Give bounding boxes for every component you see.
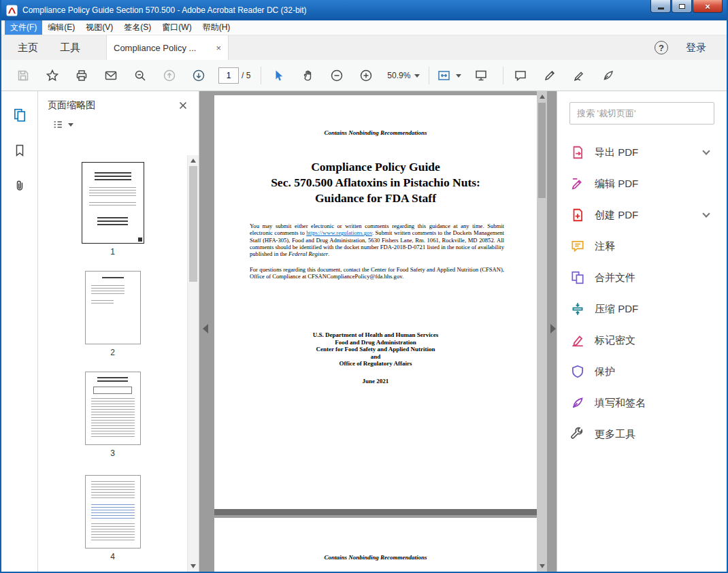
page-number-input[interactable] (218, 67, 239, 84)
menu-window[interactable]: 窗口(W) (156, 20, 197, 35)
org-line: Center for Food Safety and Applied Nutri… (214, 346, 537, 353)
tool-redact[interactable]: 标记密文 (569, 325, 714, 356)
sign-tool-button[interactable] (567, 64, 591, 87)
tool-label: 标记密文 (595, 334, 635, 347)
help-button[interactable]: ? (655, 41, 668, 54)
menu-file[interactable]: 文件(F) (5, 20, 42, 35)
thumbnail-page-4[interactable]: 4 (38, 475, 187, 561)
regulations-gov-link[interactable]: https://www.regulations.gov (306, 229, 372, 236)
login-button[interactable]: 登录 (686, 42, 706, 54)
thumbnail-preview-lines (91, 285, 125, 296)
fit-width-dropdown[interactable] (434, 64, 464, 87)
tool-edit-pdf[interactable]: 编辑 PDF (569, 168, 714, 199)
close-button[interactable]: × (693, 0, 723, 13)
acrobat-app-icon (6, 5, 18, 16)
thumbnail-page-3[interactable]: 3 (38, 372, 187, 458)
page-thumbnails-panel-button[interactable] (11, 106, 29, 124)
page-separator (214, 509, 537, 515)
marquee-zoom-button[interactable] (128, 64, 152, 87)
chevron-down-icon[interactable] (702, 147, 710, 154)
fill-sign-tool-button[interactable] (596, 64, 621, 87)
tab-tools[interactable]: 工具 (49, 35, 91, 60)
tool-create-pdf[interactable]: 创建 PDF (569, 199, 714, 231)
hand-tool-button[interactable] (295, 64, 320, 87)
thumbnail-preview-lines (95, 172, 131, 180)
expand-right-panel-icon[interactable] (550, 324, 556, 333)
tool-export-pdf[interactable]: 导出 PDF (569, 137, 714, 168)
tool-label: 更多工具 (595, 428, 635, 441)
window-controls: × (650, 0, 723, 13)
thumbnail-preview (85, 475, 141, 549)
presentation-mode-button[interactable] (469, 64, 493, 87)
presentation-icon (474, 69, 488, 82)
tool-combine-files[interactable]: 合并文件 (569, 262, 714, 293)
menu-bar: 文件(F) 编辑(E) 视图(V) 签名(S) 窗口(W) 帮助(H) (1, 20, 727, 35)
thumbnail-page-2[interactable]: 2 (38, 271, 187, 357)
tool-protect[interactable]: 保护 (569, 356, 714, 387)
zoom-in-button[interactable] (354, 64, 378, 87)
bookmarks-panel-button[interactable] (11, 142, 29, 159)
print-button[interactable] (69, 64, 94, 87)
zoom-search-icon (133, 69, 147, 82)
scroll-down-icon[interactable] (191, 564, 196, 568)
contact-paragraph: For questions regarding this document, c… (250, 266, 504, 280)
tool-label: 填写和签名 (595, 397, 646, 410)
menu-edit[interactable]: 编辑(E) (42, 20, 80, 35)
zoom-out-icon (330, 69, 344, 82)
thumbnail-preview-lines (91, 504, 135, 521)
favorites-button[interactable] (40, 64, 65, 87)
save-button[interactable] (11, 64, 35, 87)
org-line: Food and Drug Administration (214, 339, 537, 346)
tools-search-input[interactable] (569, 102, 714, 125)
previous-page-button[interactable] (157, 64, 182, 87)
document-title-line1: Compliance Policy Guide (214, 159, 537, 175)
comments-paragraph: You may submit either electronic or writ… (250, 223, 504, 257)
comment-tool-button[interactable] (508, 64, 533, 87)
menu-view[interactable]: 视图(V) (80, 20, 118, 35)
thumbnail-page-1[interactable]: 1 (38, 162, 187, 257)
scroll-up-icon[interactable] (540, 95, 545, 99)
scrollbar-thumb[interactable] (538, 103, 546, 198)
options-list-icon (52, 118, 64, 131)
panel-close-button[interactable] (178, 101, 188, 110)
scrollbar-thumb[interactable] (189, 166, 197, 282)
minimize-button[interactable] (650, 0, 671, 13)
attachments-panel-button[interactable] (11, 177, 29, 195)
document-scrollbar[interactable] (537, 91, 547, 572)
thumbnails-options-button[interactable] (38, 118, 199, 131)
menu-help[interactable]: 帮助(H) (197, 20, 236, 35)
scroll-down-icon[interactable] (540, 564, 545, 568)
thumbnail-scrollbar[interactable] (187, 155, 199, 572)
scroll-up-icon[interactable] (191, 159, 196, 163)
tool-comment[interactable]: 注释 (569, 231, 714, 262)
tab-home[interactable]: 主页 (7, 35, 49, 60)
tool-compress-pdf[interactable]: 压缩 PDF (569, 293, 714, 325)
zoom-out-button[interactable] (325, 64, 349, 87)
thumbnail-preview-lines (91, 523, 135, 542)
draw-tool-button[interactable] (537, 64, 562, 87)
chevron-down-icon[interactable] (702, 210, 710, 217)
tools-list: 导出 PDF 编辑 PDF 创建 PDF (569, 137, 714, 450)
signature-icon (572, 69, 586, 82)
help-icon: ? (659, 43, 664, 53)
federal-register-italic: Federal Register (288, 250, 328, 257)
tool-more-tools[interactable]: 更多工具 (569, 419, 714, 450)
page-thumbnails-panel: 页面缩略图 1 (38, 91, 199, 572)
maximize-button[interactable] (672, 0, 692, 13)
menu-sign[interactable]: 签名(S) (118, 20, 156, 35)
thumbnails-panel-title: 页面缩略图 (48, 99, 95, 112)
zoom-level-dropdown[interactable]: 50.9% (383, 65, 424, 86)
thumbnail-preview (85, 372, 141, 445)
tab-close-icon[interactable]: × (216, 44, 221, 52)
thumbnail-preview-lines (102, 277, 124, 280)
email-button[interactable] (99, 64, 123, 87)
document-tab[interactable]: Compliance Policy ... × (106, 35, 229, 60)
window-title: Compliance Policy Guide Section 570.500 … (22, 5, 307, 15)
chevron-down-icon (456, 74, 461, 80)
next-page-button[interactable] (186, 64, 211, 87)
selection-tool-button[interactable] (266, 64, 291, 87)
tool-fill-sign[interactable]: 填写和签名 (569, 387, 714, 419)
bookmark-icon (13, 144, 27, 157)
collapse-left-panel-icon[interactable] (203, 324, 208, 333)
thumbnail-preview (85, 271, 141, 344)
